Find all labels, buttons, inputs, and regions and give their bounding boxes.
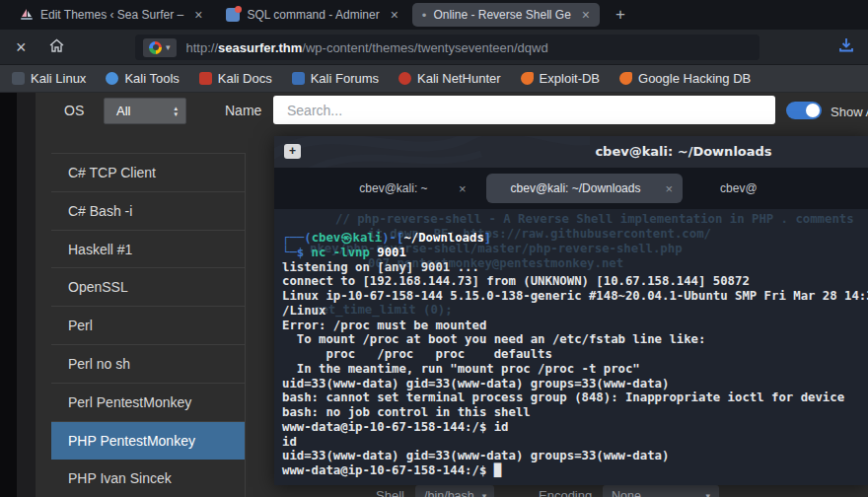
list-item[interactable]: C# Bash -i [51,192,245,231]
terminal-line: proc /proc proc defaults [282,347,868,362]
google-icon [149,41,162,54]
terminal-tab-downloads-active[interactable]: cbev@kali: ~/Downloads × [486,174,684,203]
url-bar[interactable]: ▾ http://seasurfer.thm/wp-content/themes… [135,35,760,60]
terminal-title: cbev@kali: ~/Downloads [274,136,868,168]
bookmark-kali-tools[interactable]: Kali Tools [106,71,179,86]
list-item-selected[interactable]: PHP PentestMonkey [51,422,245,461]
page-left-gutter-inner [17,93,36,497]
select-arrows-icon: ▴▾ [174,106,178,117]
adminer-icon [226,8,240,22]
ghost-page-text: // php-reverse-shell - A Reverse Shell i… [335,212,854,226]
terminal-output: // php-reverse-shell - A Reverse Shell i… [274,209,868,485]
chevron-down-icon: ▾ [482,491,487,497]
tab-close-icon[interactable]: × [391,7,398,23]
terminal-tab-bar: cbev@kali: ~ × cbev@kali: ~/Downloads × … [274,168,868,209]
list-item[interactable]: C# TCP Client [51,154,245,192]
terminal-line: In the meantime, run "mount proc /proc -… [282,362,868,377]
bookmarks-bar: Kali Linux Kali Tools Kali Docs Kali For… [0,65,868,93]
chevron-down-icon: ▾ [166,42,171,52]
terminal-line: bash: no job control in this shell [282,405,868,420]
url-host: seasurfer.thm [218,40,302,55]
terminal-prompt-line: www-data@ip-10-67-158-144:/$ █ [282,463,868,478]
bookmark-exploit-db[interactable]: Exploit-DB [521,71,600,86]
show-advanced-toggle[interactable] [786,102,822,119]
shell-list: C# TCP Client C# Bash -i Haskell #1 Open… [51,153,246,497]
new-tab-button[interactable]: + [615,5,625,25]
bookmark-google-hacking-db[interactable]: Google Hacking DB [619,71,751,86]
terminal-title-bar[interactable]: + cbev@kali: ~/Downloads [274,136,868,168]
browser-tab-bar: Edit Themes ‹ Sea Surfer – × SQL command… [0,0,868,30]
browser-nav-bar: × ▾ http://seasurfer.thm/wp-content/them… [0,30,868,65]
list-item[interactable]: Perl no sh [51,345,245,384]
bookmark-kali-linux[interactable]: Kali Linux [12,71,86,86]
list-item[interactable]: OpenSSL [51,268,245,307]
list-item[interactable]: Haskell #1 [51,231,245,269]
tab-close-icon[interactable]: × [459,181,467,196]
seasurfer-site-icon [20,8,34,22]
terminal-tab-home[interactable]: cbev@kali: ~ × [328,174,476,203]
downloads-icon[interactable] [838,37,854,57]
toggle-knob [806,104,820,117]
terminal-window: + cbev@kali: ~/Downloads cbev@kali: ~ × … [274,136,868,485]
page-left-gutter [0,93,17,497]
encoding-label: Encoding [539,488,592,497]
os-select-value: All [116,104,130,118]
tab-title: Edit Themes ‹ Sea Surfer – [40,8,183,22]
tab-title: SQL command - Adminer [247,8,379,22]
terminal-line: Linux ip-10-67-158-144 5.15.0-138-generi… [282,289,868,304]
google-hacking-db-icon [619,72,632,85]
tab-close-icon[interactable]: × [582,7,590,23]
home-icon[interactable] [48,37,65,56]
url-text: http://seasurfer.thm/wp-content/themes/t… [186,40,548,55]
kali-docs-icon [199,72,212,85]
bookmark-kali-docs[interactable]: Kali Docs [199,71,272,86]
kali-forums-icon [292,72,305,85]
list-item[interactable]: PHP Ivan Sincek [51,460,245,497]
search-input[interactable] [273,96,775,124]
stop-icon[interactable]: × [16,38,27,56]
shell-label: Shell [376,488,404,497]
tab-edit-themes[interactable]: Edit Themes ‹ Sea Surfer – × [10,3,212,27]
terminal-line: Error: /proc must be mounted [282,319,868,333]
kali-linux-icon [12,72,25,85]
list-item[interactable]: Perl PentestMonkey [51,384,245,422]
terminal-tab-partial[interactable]: cbev@ [692,174,868,203]
terminal-line: connect to [192.168.144.73] from (UNKNOW… [282,274,868,289]
terminal-line: uid=33(www-data) gid=33(www-data) groups… [282,449,868,463]
terminal-line: id [282,435,868,450]
kali-tools-icon [106,72,118,85]
shell-select[interactable]: /bin/bash ▾ [415,485,494,497]
list-item[interactable]: Perl [51,307,245,345]
tab-sql-adminer[interactable]: SQL command - Adminer × [216,3,407,27]
terminal-line: /Linux [282,304,868,319]
tab-reverse-shell-active[interactable]: • Online - Reverse Shell Ge × [412,3,600,27]
chevron-down-icon: ▾ [705,491,710,497]
os-select[interactable]: All ▴▾ [104,98,186,124]
bookmark-kali-nethunter[interactable]: Kali NetHunter [398,71,501,86]
tab-modified-dot: • [422,8,427,23]
terminal-cursor: █ [494,463,501,477]
terminal-lines: ┌──(cbev㉿kali)-[~/Downloads] └─$ nc -lvn… [282,231,868,478]
terminal-line: uid=33(www-data) gid=33(www-data) groups… [282,377,868,391]
prompt-line-1: ┌──(cbev㉿kali)-[~/Downloads] [282,231,868,246]
tab-close-icon[interactable]: × [666,181,674,196]
os-label: OS [64,103,84,118]
encoding-select[interactable]: None ▾ [603,485,719,497]
exploit-db-icon [521,72,534,85]
prompt-line-2: └─$ nc -lvnp 9001 [282,246,868,260]
terminal-line: www-data@ip-10-67-158-144:/$ id [282,420,868,435]
name-label: Name [225,103,261,118]
terminal-line: bash: cannot set terminal process group … [282,390,868,405]
tab-close-icon[interactable]: × [194,7,202,23]
show-advanced-label: Show Advan [831,105,868,119]
tab-title: Online - Reverse Shell Ge [433,8,570,22]
bookmark-kali-forums[interactable]: Kali Forums [292,71,379,86]
terminal-line: To mount /proc at boot you need an /etc/… [282,332,868,347]
terminal-line: listening on [any] 9001 ... [282,260,868,275]
kali-nethunter-icon [398,72,411,85]
search-engine-chip[interactable]: ▾ [143,38,177,57]
